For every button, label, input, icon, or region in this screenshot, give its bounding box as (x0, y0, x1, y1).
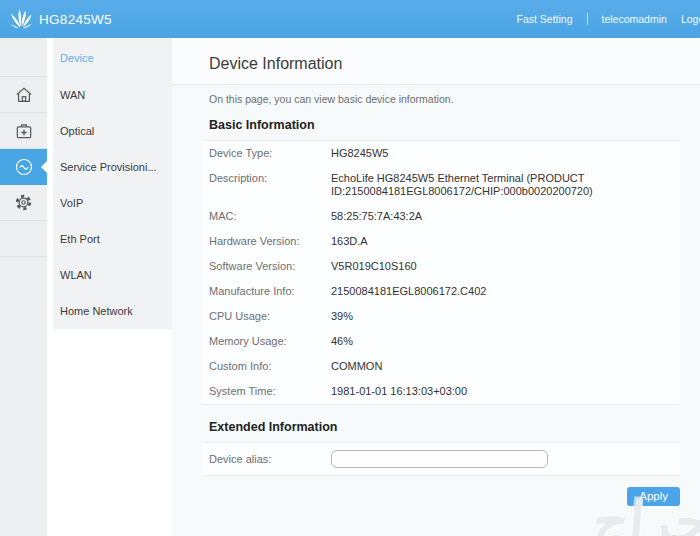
row-label: Custom Info: (209, 360, 331, 373)
page-hint: On this page, you can view basic device … (172, 85, 700, 112)
logged-in-user[interactable]: telecomadmin (602, 13, 667, 25)
basic-info-heading: Basic Information (209, 118, 700, 132)
icon-rail (0, 38, 47, 536)
table-row: Device Type:HG8245W5 (202, 141, 680, 166)
row-label: Device Type: (209, 147, 331, 160)
table-row: CPU Usage:39% (202, 304, 680, 329)
menu-item-optical[interactable]: Optical (53, 113, 172, 149)
row-value: V5R019C10S160 (331, 260, 417, 273)
table-row: Software Version:V5R019C10S160 (202, 254, 680, 279)
row-label: Manufacture Info: (209, 285, 331, 298)
page-title-band: Device Information (172, 38, 700, 85)
row-label: Memory Usage: (209, 335, 331, 348)
row-value: 58:25:75:7A:43:2A (331, 210, 422, 223)
rail-tail-spacer (0, 221, 47, 257)
rail-spacer (0, 38, 47, 77)
header-separator (587, 13, 588, 25)
table-row: Description:EchoLife HG8245W5 Ethernet T… (202, 166, 680, 204)
brand: HG8245W5 (0, 6, 112, 32)
menu-item-home-network[interactable]: Home Network (53, 293, 172, 329)
gear-icon[interactable] (0, 185, 47, 221)
top-header: HG8245W5 Fast Setting telecomadmin Logou… (0, 0, 700, 38)
header-links: Fast Setting telecomadmin Logout (516, 0, 700, 38)
row-label: Software Version: (209, 260, 331, 273)
page-title: Device Information (209, 55, 700, 73)
toolbox-plus-icon[interactable] (0, 113, 47, 149)
basic-info-table: Device Type:HG8245W5Description:EchoLife… (202, 140, 680, 405)
table-row: Manufacture Info:2150084181EGL8006172.C4… (202, 279, 680, 304)
table-row: Custom Info:COMMON (202, 354, 680, 379)
row-label: CPU Usage: (209, 310, 331, 323)
row-value: 2150084181EGL8006172.C402 (331, 285, 486, 298)
row-value: EchoLife HG8245W5 Ethernet Terminal (PRO… (331, 172, 586, 198)
table-row: MAC:58:25:75:7A:43:2A (202, 204, 680, 229)
extended-info-heading: Extended Information (209, 420, 700, 434)
row-value: 1981-01-01 16:13:03+03:00 (331, 385, 467, 398)
fast-setting-link[interactable]: Fast Setting (516, 13, 572, 25)
home-icon[interactable] (0, 77, 47, 113)
menu-item-voip[interactable]: VoIP (53, 185, 172, 221)
side-menu: DeviceWANOpticalService Provisioni...VoI… (53, 38, 172, 329)
menu-item-wan[interactable]: WAN (53, 77, 172, 113)
device-alias-input[interactable] (331, 450, 548, 468)
row-label: Description: (209, 172, 331, 198)
menu-item-service-provisioni[interactable]: Service Provisioni... (53, 149, 172, 185)
menu-column: DeviceWANOpticalService Provisioni...VoI… (53, 38, 172, 536)
apply-button[interactable]: Apply (627, 487, 680, 506)
diagnose-wave-icon[interactable] (0, 149, 47, 185)
menu-item-eth-port[interactable]: Eth Port (53, 221, 172, 257)
device-model-title: HG8245W5 (39, 12, 112, 27)
row-label: Hardware Version: (209, 235, 331, 248)
footer-row: Apply (172, 487, 680, 506)
table-row: System Time:1981-01-01 16:13:03+03:00 (202, 379, 680, 404)
menu-item-device[interactable]: Device (53, 38, 172, 77)
row-value: 46% (331, 335, 353, 348)
row-value: 163D.A (331, 235, 368, 248)
row-label: System Time: (209, 385, 331, 398)
row-label: MAC: (209, 210, 331, 223)
main-panel: Device Information On this page, you can… (172, 38, 700, 536)
table-row: Hardware Version:163D.A (202, 229, 680, 254)
row-value: 39% (331, 310, 353, 323)
row-value: HG8245W5 (331, 147, 388, 160)
logout-link[interactable]: Logout (681, 13, 700, 25)
table-row: Memory Usage:46% (202, 329, 680, 354)
row-value: COMMON (331, 360, 382, 373)
device-alias-label: Device alias: (209, 453, 331, 466)
huawei-flower-logo (8, 6, 34, 32)
device-alias-row: Device alias: (202, 442, 680, 476)
menu-item-wlan[interactable]: WLAN (53, 257, 172, 293)
